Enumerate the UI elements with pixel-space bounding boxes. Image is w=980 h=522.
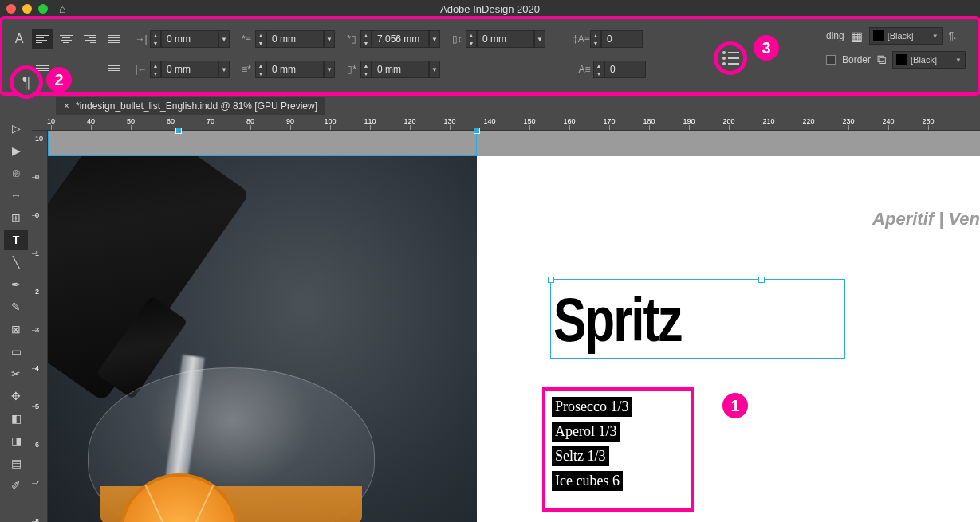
border-checkbox[interactable] [826,55,836,65]
content-collector-tool[interactable]: ⊞ [4,207,28,228]
page-tool[interactable]: ⎚ [4,163,28,183]
recipe-heading[interactable]: Spritz [553,285,681,355]
wine-pour-image [48,156,477,522]
indent-right-stepper[interactable]: ▲▼ [150,61,161,78]
indent-last-icon: ≡* [238,61,255,78]
app-menu-icon[interactable]: ⌂ [59,2,65,15]
dropcap-chars-input[interactable] [604,61,646,78]
space-before-input[interactable] [372,30,429,48]
indent-left-input[interactable] [161,30,218,48]
pilcrow-small-icon[interactable]: ¶. [949,30,957,41]
selection-tool[interactable]: ▷ [4,118,28,139]
direct-selection-tool[interactable]: ▶ [4,140,28,161]
horizontal-ruler[interactable]: 1040506070809010011012013014015016017018… [32,115,980,131]
border-swatch-name: [Black] [911,55,937,65]
shading-label: ding [826,30,844,41]
selection-handle[interactable] [548,277,554,283]
document-tab[interactable]: *indesign_bullet_list_English.indd @ 81%… [56,97,325,115]
shading-swatch-dropdown[interactable]: [Black] ▼ [869,27,943,45]
type-tool[interactable]: T [4,230,28,250]
space-between-input[interactable] [477,30,534,48]
dropcap-chars-icon: A≡ [576,61,593,78]
dropcap-chars-stepper[interactable]: ▲▼ [593,61,604,78]
align-right-button[interactable] [80,29,100,49]
annotation-2: 2 [46,67,72,92]
pilcrow-icon[interactable]: ¶ [22,73,31,92]
ingredient-item[interactable]: Ice cubes 6 [552,471,623,491]
paragraph-mode-highlight: ¶ [10,65,43,99]
border-label: Border [842,54,871,65]
border-swatch-dropdown[interactable]: [Black] ▼ [892,51,966,69]
free-transform-tool[interactable]: ✥ [4,386,28,406]
indent-last-input[interactable] [266,61,324,78]
justify-right-button[interactable] [80,59,100,80]
gradient-feather-tool[interactable]: ◨ [4,430,28,451]
indent-first-input[interactable] [266,30,324,48]
dropcap-lines-input[interactable] [601,30,643,48]
space-before-field: *▯ ▲▼ ▼ [343,30,440,48]
note-tool[interactable]: ▤ [4,453,28,473]
border-box-icon[interactable]: ⧉ [877,53,886,67]
control-panel: A →| ▲▼ ▼ *≡ ▲▼ ▼ *▯ ▲▼ ▼ ▯↕ ▲▼ ▼ [0,16,980,96]
ingredient-item[interactable]: Seltz 1/3 [552,446,609,466]
indent-first-stepper[interactable]: ▲▼ [255,30,266,48]
close-window-button[interactable] [6,4,16,14]
indent-first-field: *≡ ▲▼ ▼ [238,30,335,48]
dropdown-chevron-icon[interactable]: ▼ [218,61,230,78]
page-header: Aperitif | Ven [872,209,980,230]
space-after-icon: ▯* [343,61,360,78]
dropdown-chevron-icon[interactable]: ▼ [324,61,335,78]
gap-tool[interactable]: ↔ [4,185,28,206]
selection-handle[interactable] [175,128,182,134]
ingredient-item[interactable]: Aperol 1/3 [552,422,620,442]
pen-tool[interactable]: ✒ [4,274,28,295]
dropdown-chevron-icon[interactable]: ▼ [429,30,440,48]
tools-panel: ▷ ▶ ⎚ ↔ ⊞ T ╲ ✒ ✎ ⊠ ▭ ✂ ✥ ◧ ◨ ▤ ✐ [0,115,32,522]
indent-left-stepper[interactable]: ▲▼ [150,30,161,48]
justify-all-button[interactable] [104,59,124,80]
space-before-stepper[interactable]: ▲▼ [360,30,372,48]
dropdown-chevron-icon[interactable]: ▼ [429,61,440,78]
space-after-field: ▯* ▲▼ ▼ [343,61,440,78]
dropdown-chevron-icon[interactable]: ▼ [324,30,335,48]
space-after-stepper[interactable]: ▲▼ [360,61,372,78]
justify-button[interactable] [104,29,124,49]
indent-right-input[interactable] [161,61,218,78]
selection-handle[interactable] [758,277,765,283]
shading-swatch-name: [Black] [888,31,914,41]
rectangle-tool[interactable]: ▭ [4,341,28,362]
chevron-down-icon: ▼ [932,33,939,40]
eyedropper-tool[interactable]: ✐ [4,475,28,496]
maximize-window-button[interactable] [38,4,48,14]
minimize-window-button[interactable] [22,4,32,14]
page[interactable]: Aperitif | Ven Spritz Prosecco 1/3 Apero… [477,156,980,522]
bulleted-list-icon[interactable] [722,51,739,65]
canvas-area: 1040506070809010011012013014015016017018… [32,115,980,522]
align-left-button[interactable] [32,29,53,49]
selection-handle[interactable] [474,128,480,134]
indent-last-stepper[interactable]: ▲▼ [255,61,266,78]
indent-right-field: |← ▲▼ ▼ [132,61,230,78]
vertical-ruler[interactable]: 100012345678 [32,131,48,522]
dropcap-lines-stepper[interactable]: ▲▼ [590,30,601,48]
window-controls [6,4,48,14]
image-frame[interactable] [48,156,477,522]
shading-grid-icon[interactable]: ▦ [851,29,863,44]
pencil-tool[interactable]: ✎ [4,296,28,317]
dropdown-chevron-icon[interactable]: ▼ [534,30,545,48]
space-between-stepper[interactable]: ▲▼ [466,30,477,48]
scissors-tool[interactable]: ✂ [4,363,28,384]
character-mode-icon[interactable]: A [10,29,29,49]
canvas[interactable]: Aperitif | Ven Spritz Prosecco 1/3 Apero… [48,131,980,522]
ingredient-item[interactable]: Prosecco 1/3 [552,397,632,417]
gradient-swatch-tool[interactable]: ◧ [4,408,28,429]
dropdown-chevron-icon[interactable]: ▼ [218,30,230,48]
dropcap-chars-field: A≡ ▲▼ [576,61,646,78]
rectangle-frame-tool[interactable]: ⊠ [4,319,28,339]
swatch-icon [896,54,907,65]
space-after-input[interactable] [372,61,429,78]
indent-first-icon: *≡ [238,30,255,48]
dropcap-lines-field: ‡A≡ ▲▼ [573,30,643,48]
align-center-button[interactable] [56,29,77,49]
line-tool[interactable]: ╲ [4,252,28,273]
